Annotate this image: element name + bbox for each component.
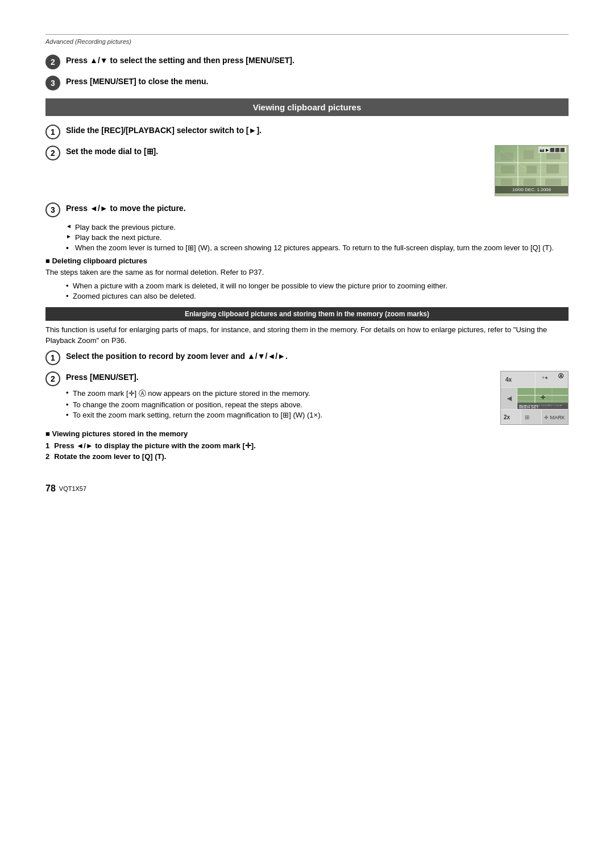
camera-screen-date: 10/00 DEC. 1.2008 xyxy=(495,186,568,193)
svg-text:✛ MARK: ✛ MARK xyxy=(544,415,565,420)
svg-text:BEEN SET: BEEN SET xyxy=(519,405,539,409)
press-menu-bullets: The zoom mark [✛] Ⓐ now appears on the p… xyxy=(66,388,492,419)
svg-rect-17 xyxy=(536,371,569,387)
viewing-step-1-text: Slide the [REC]/[PLAYBACK] selector swit… xyxy=(66,124,569,135)
enlarging-step-2-row: 2 Press [MENU/SET]. The zoom mark [✛] Ⓐ … xyxy=(45,371,569,425)
enlarging-step-2: 2 Press [MENU/SET]. xyxy=(45,371,492,386)
bottom-numbered-steps: 1 Press ◄/► to display the picture with … xyxy=(45,441,569,461)
enlarging-header: Enlarging clipboard pictures and storing… xyxy=(45,307,569,321)
page-subtitle: Advanced (Recording pictures) xyxy=(45,34,569,45)
svg-rect-8 xyxy=(546,152,561,159)
svg-rect-11 xyxy=(546,164,559,173)
deleting-text: The steps taken are the same as for norm… xyxy=(45,267,569,278)
page-code: VQT1X57 xyxy=(59,485,86,492)
viewing-step-2-text: Set the mode dial to [⊞]. xyxy=(66,145,489,156)
deleting-label: ■ Deleting clipboard pictures xyxy=(45,257,569,265)
viewing-step-2: 2 Set the mode dial to [⊞]. xyxy=(45,145,489,160)
zoom-mark-image: Ⓐ 4x +● ◄ ✛ THE ZOOM MARK HAS BEEN SET xyxy=(500,371,569,425)
svg-rect-10 xyxy=(526,166,537,173)
section-viewing-header: Viewing clipboard pictures xyxy=(45,98,569,116)
svg-rect-12 xyxy=(501,179,512,185)
bottom-step-2: 2 Rotate the zoom lever to [Q] (T). xyxy=(45,452,569,461)
viewing-memory-label: ■ Viewing pictures stored in the memory xyxy=(45,429,569,438)
page-number: 78 xyxy=(45,483,56,494)
viewing-step-1: 1 Slide the [REC]/[PLAYBACK] selector sw… xyxy=(45,124,569,139)
enlarging-step-badge-2: 2 xyxy=(45,371,60,386)
enlarging-step-badge-1: 1 xyxy=(45,350,60,365)
bottom-step-1: 1 Press ◄/► to display the picture with … xyxy=(45,441,569,450)
del-bullet-2: Zoomed pictures can also be deleted. xyxy=(66,292,569,300)
svg-rect-13 xyxy=(524,179,536,185)
pmb-2: To change the zoom magnification or posi… xyxy=(66,400,492,409)
bottom-step-1-num: 1 xyxy=(45,441,49,450)
svg-rect-7 xyxy=(524,150,534,159)
svg-rect-14 xyxy=(545,179,561,185)
bottom-step-1-text: Press ◄/► to display the picture with th… xyxy=(54,441,256,450)
col-a-label: Ⓐ xyxy=(558,373,563,380)
step-badge-3: 3 xyxy=(45,76,60,90)
svg-text:✛: ✛ xyxy=(541,394,545,400)
camera-screen-image: 📷 ▶ ⬛⬛⬛ 10/00 DEC. 1.2008 xyxy=(495,145,569,196)
step-badge-2: 2 xyxy=(45,55,60,69)
bottom-step-2-text: Rotate the zoom lever to [Q] (T). xyxy=(54,452,166,461)
enlarging-step-1-text: Select the position to record by zoom le… xyxy=(66,350,569,361)
viewing-step-badge-1: 1 xyxy=(45,125,60,139)
viewing-step-2-row: 2 Set the mode dial to [⊞]. xyxy=(45,145,569,196)
page-footer: 78 VQT1X57 xyxy=(45,483,569,494)
svg-text:⊞: ⊞ xyxy=(525,414,529,420)
top-step-3-text: Press [MENU/SET] to close the menu. xyxy=(66,75,569,86)
bottom-step-2-num: 2 xyxy=(45,452,49,461)
top-step-3: 3 Press [MENU/SET] to close the menu. xyxy=(45,75,569,90)
del-bullet-1: When a picture with a zoom mark is delet… xyxy=(66,282,569,290)
viewing-step-3: 3 Press ◄/► to move the picture. xyxy=(45,202,569,217)
svg-text:2x: 2x xyxy=(504,414,511,420)
enlarging-step-2-text: Press [MENU/SET]. xyxy=(66,371,492,382)
viewing-bullets: Play back the previous picture. Play bac… xyxy=(66,223,569,252)
bullet-next: Play back the next picture. xyxy=(66,233,569,242)
bullet-zoom: When the zoom lever is turned to [⊞] (W)… xyxy=(66,243,569,252)
svg-text:+●: +● xyxy=(542,375,548,381)
top-step-2: 2 Press ▲/▼ to select the setting and th… xyxy=(45,54,569,69)
pmb-3: To exit the zoom mark setting, return th… xyxy=(66,411,492,419)
deleting-bullets: When a picture with a zoom mark is delet… xyxy=(66,282,569,300)
svg-text:4x: 4x xyxy=(505,377,512,383)
top-step-2-text: Press ▲/▼ to select the setting and then… xyxy=(66,54,569,65)
enlarging-step-1: 1 Select the position to record by zoom … xyxy=(45,350,569,365)
viewing-step-badge-2: 2 xyxy=(45,146,60,160)
pmb-1: The zoom mark [✛] Ⓐ now appears on the p… xyxy=(66,388,492,399)
svg-text:◄: ◄ xyxy=(505,394,513,403)
bullet-prev: Play back the previous picture. xyxy=(66,223,569,232)
camera-screen-status: 📷 ▶ ⬛⬛⬛ xyxy=(538,147,566,153)
viewing-step-3-text: Press ◄/► to move the picture. xyxy=(66,202,569,213)
svg-rect-6 xyxy=(501,152,513,160)
viewing-step-badge-3: 3 xyxy=(45,202,60,217)
svg-rect-9 xyxy=(501,166,515,173)
enlarging-intro: This function is useful for enlarging pa… xyxy=(45,324,569,346)
